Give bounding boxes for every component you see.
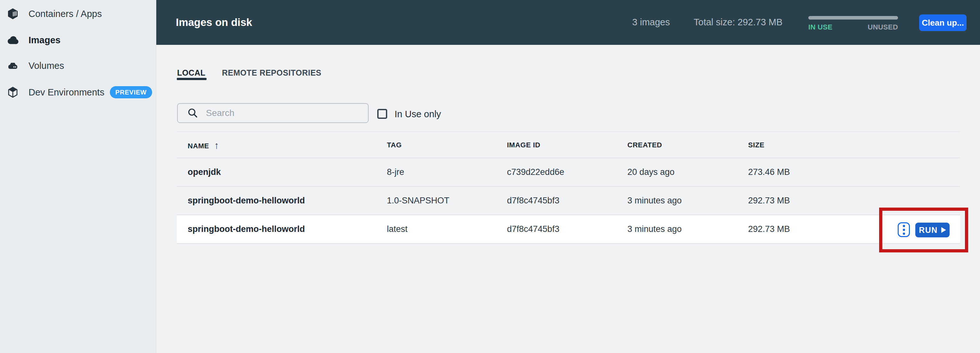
sort-ascending-icon: ↑	[214, 132, 220, 159]
tab-remote-repositories[interactable]: REMOTE REPOSITORIES	[222, 68, 321, 78]
total-size: Total size: 292.73 MB	[694, 17, 783, 27]
column-header-tag[interactable]: TAG	[387, 132, 402, 158]
table-row-openjdk[interactable]: openjdk 8-jre c739d22edd6e 20 days ago 2…	[177, 158, 960, 187]
cell-size: 273.46 MB	[748, 158, 790, 186]
sidebar-item-containers-apps[interactable]: Containers / Apps	[0, 4, 156, 23]
cell-tag: latest	[387, 215, 408, 243]
table-header: NAME↑ TAG IMAGE ID CREATED SIZE	[177, 131, 960, 158]
page-title: Images on disk	[176, 0, 252, 45]
cell-image-id: d7f8c4745bf3	[507, 215, 560, 243]
cell-created: 3 minutes ago	[627, 187, 682, 215]
docker-desktop-window: Containers / Apps Images	[0, 0, 980, 353]
in-use-only-checkbox[interactable]	[377, 109, 387, 119]
in-use-label: IN USE	[808, 23, 832, 32]
container-box-icon	[6, 7, 19, 20]
cell-created: 20 days ago	[627, 158, 675, 186]
in-use-only-label: In Use only	[395, 108, 441, 120]
sidebar-item-dev-environments[interactable]: Dev Environments PREVIEW	[0, 83, 156, 102]
run-button-label: RUN	[919, 226, 938, 235]
kebab-dot	[903, 232, 905, 235]
play-icon	[941, 227, 946, 233]
usage-bar	[808, 16, 898, 19]
sidebar-item-label: Dev Environments	[29, 83, 104, 102]
cell-name: openjdk	[188, 158, 221, 186]
sidebar-item-volumes[interactable]: Volumes	[0, 56, 156, 75]
table-row-springboot-latest[interactable]: springboot-demo-helloworld latest d7f8c4…	[177, 215, 960, 244]
disk-usage-gauge: IN USE UNUSED	[808, 16, 898, 32]
cell-size: 292.73 MB	[748, 187, 790, 215]
sidebar-item-label: Volumes	[29, 56, 64, 75]
preview-badge: PREVIEW	[110, 86, 152, 99]
search-box	[177, 103, 369, 123]
active-tab-underline	[177, 78, 207, 80]
cell-image-id: d7f8c4745bf3	[507, 187, 560, 215]
run-button[interactable]: RUN	[915, 223, 950, 237]
cell-tag: 1.0-SNAPSHOT	[387, 187, 449, 215]
column-header-name[interactable]: NAME↑	[188, 132, 219, 158]
kebab-dot	[903, 225, 905, 227]
clean-up-button[interactable]: Clean up...	[919, 14, 967, 31]
volume-drive-icon	[6, 59, 19, 72]
images-cloud-icon	[6, 33, 19, 46]
table-row-springboot-snapshot[interactable]: springboot-demo-helloworld 1.0-SNAPSHOT …	[177, 187, 960, 215]
cell-name: springboot-demo-helloworld	[188, 187, 305, 215]
cell-name: springboot-demo-helloworld	[188, 215, 305, 243]
row-more-actions-button[interactable]	[898, 222, 910, 237]
column-header-size[interactable]: SIZE	[748, 132, 764, 158]
header-bar: Images on disk 3 images Total size: 292.…	[156, 0, 980, 45]
sidebar: Containers / Apps Images	[0, 0, 156, 353]
cell-size: 292.73 MB	[748, 215, 790, 243]
kebab-dot	[903, 229, 905, 231]
column-header-created[interactable]: CREATED	[627, 132, 662, 158]
tab-local[interactable]: LOCAL	[177, 68, 205, 78]
unused-label: UNUSED	[868, 23, 898, 32]
column-header-image-id[interactable]: IMAGE ID	[507, 132, 540, 158]
sidebar-item-images[interactable]: Images	[0, 30, 156, 50]
cell-created: 3 minutes ago	[627, 215, 682, 243]
cell-image-id: c739d22edd6e	[507, 158, 564, 186]
image-count: 3 images	[632, 17, 670, 27]
sidebar-item-label: Images	[29, 30, 60, 50]
cell-tag: 8-jre	[387, 158, 404, 186]
dev-cube-icon	[6, 86, 19, 99]
sidebar-item-label: Containers / Apps	[29, 4, 102, 23]
search-input[interactable]	[177, 103, 369, 123]
